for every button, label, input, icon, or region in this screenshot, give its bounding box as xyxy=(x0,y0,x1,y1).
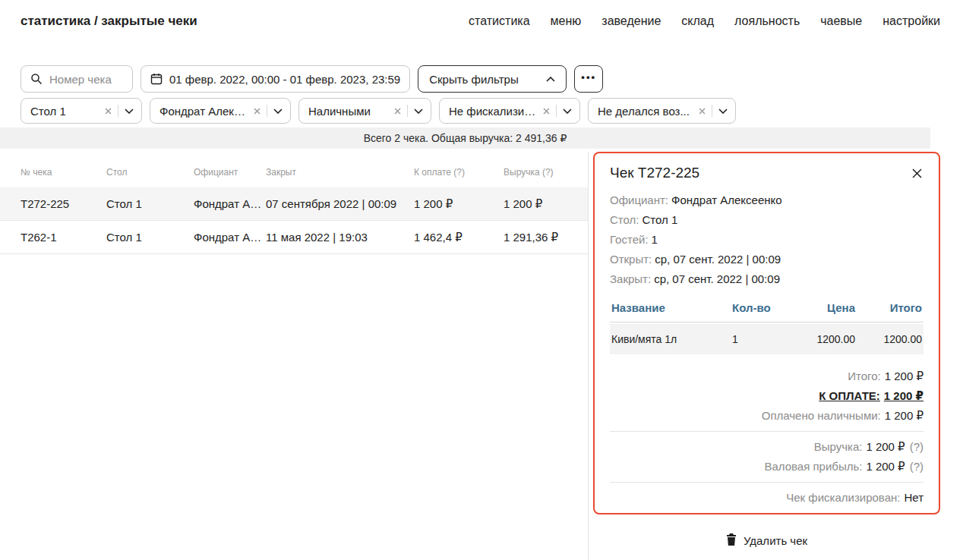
item-name: Киви/мята 1л xyxy=(610,333,732,345)
pill-divider xyxy=(118,105,118,117)
field-closed: Закрыт:ср, 07 сент. 2022 | 00:09 xyxy=(610,269,924,289)
filter-pill-table[interactable]: Стол 1 xyxy=(21,98,142,124)
receipt-detail-card: Чек T272-225 Официант:Фондрат Алексеенко… xyxy=(593,152,940,514)
page: статистика / закрытые чеки статистика ме… xyxy=(0,0,963,560)
field-label: Закрыт: xyxy=(610,272,651,285)
field-label: Гостей: xyxy=(610,233,649,246)
delete-receipt-button[interactable]: Удалить чек xyxy=(593,533,940,548)
remove-filter-icon[interactable] xyxy=(105,108,112,115)
col-header-receipt-number: № чека xyxy=(21,167,106,178)
cell-receipt-number: T272-225 xyxy=(21,197,106,210)
calendar-icon xyxy=(150,73,163,85)
chevron-down-icon[interactable] xyxy=(273,109,283,114)
field-value: Стол 1 xyxy=(642,213,677,226)
filter-pill-label: Фондрат Алекс... xyxy=(159,105,248,118)
nav-item-stock[interactable]: склад xyxy=(681,14,714,28)
cell-revenue: 1 291,36 ₽ xyxy=(504,231,588,244)
table-row[interactable]: T272-225 Стол 1 Фондрат Алекс... 07 сент… xyxy=(0,187,588,221)
totals-divider xyxy=(610,431,924,432)
panel-divider xyxy=(588,152,589,560)
filter-pill-label: Не делался воз... xyxy=(598,105,693,118)
items-col-total: Итого xyxy=(857,301,924,314)
cell-table: Стол 1 xyxy=(106,197,194,210)
nav-item-tips[interactable]: чаевые xyxy=(820,14,862,28)
items-col-qty: Кол-во xyxy=(732,301,787,314)
receipts-table: № чека Стол Официант Закрыт К оплате (?)… xyxy=(0,157,588,254)
nav-item-statistics[interactable]: статистика xyxy=(469,14,529,28)
col-header-to-pay: К оплате (?) xyxy=(414,167,504,178)
active-filter-pills: Стол 1 Фондрат Алекс... Наличными Не фис… xyxy=(21,98,736,124)
item-total: 1200.00 xyxy=(857,333,924,345)
hide-filters-label: Скрыть фильтры xyxy=(429,73,518,86)
chevron-up-icon xyxy=(546,77,555,82)
chevron-down-icon[interactable] xyxy=(718,109,728,114)
receipt-fields: Официант:Фондрат Алексеенко Стол:Стол 1 … xyxy=(610,190,924,289)
more-options-icon: ••• xyxy=(581,71,596,83)
cell-closed: 11 мая 2022 | 19:03 xyxy=(266,231,414,244)
field-label: Официант: xyxy=(610,193,668,206)
filter-pill-label: Наличными xyxy=(308,105,388,118)
chevron-down-icon[interactable] xyxy=(563,109,572,114)
cell-table: Стол 1 xyxy=(106,231,194,244)
remove-filter-icon[interactable] xyxy=(254,108,260,115)
field-guests: Гостей:1 xyxy=(610,230,924,250)
col-header-closed: Закрыт xyxy=(266,167,414,178)
search-input[interactable] xyxy=(49,73,123,86)
field-label: Стол: xyxy=(610,213,639,226)
receipt-items-table: Название Кол-во Цена Итого Киви/мята 1л … xyxy=(610,298,924,354)
field-value: 1 xyxy=(652,233,658,246)
help-icon[interactable]: (?) xyxy=(910,460,924,473)
receipt-title: Чек T272-225 xyxy=(610,165,699,181)
items-col-price: Цена xyxy=(787,301,857,314)
filter-pill-payment[interactable]: Наличными xyxy=(298,98,431,124)
total-paid-cash: Оплачено наличными:1 200 ₽ xyxy=(610,406,924,426)
field-value: Фондрат Алексеенко xyxy=(671,193,782,206)
total-fiscalized: Чек фискализирован:Нет xyxy=(610,488,924,508)
pill-divider xyxy=(556,105,557,117)
items-header-row: Название Кол-во Цена Итого xyxy=(610,298,924,322)
nav-item-settings[interactable]: настройки xyxy=(882,14,940,28)
item-price: 1200.00 xyxy=(787,333,857,345)
pill-divider xyxy=(712,105,712,117)
items-col-name: Название xyxy=(610,301,732,314)
filter-pill-label: Не фискализир... xyxy=(449,105,537,118)
cell-waiter: Фондрат Алекс... xyxy=(194,231,266,244)
more-filters-button[interactable]: ••• xyxy=(574,65,603,93)
filter-pill-refund[interactable]: Не делался воз... xyxy=(588,98,736,124)
remove-filter-icon[interactable] xyxy=(543,108,550,115)
top-nav: статистика меню заведение склад лояльнос… xyxy=(469,14,940,28)
cell-closed: 07 сентября 2022 | 00:09 xyxy=(266,197,414,210)
filter-pill-waiter[interactable]: Фондрат Алекс... xyxy=(150,98,291,124)
total-subtotal: Итого:1 200 ₽ xyxy=(610,367,924,386)
header: статистика / закрытые чеки статистика ме… xyxy=(0,0,963,29)
filter-pill-fiscalized[interactable]: Не фискализир... xyxy=(439,98,580,124)
items-row: Киви/мята 1л 1 1200.00 1200.00 xyxy=(610,324,924,354)
summary-text: Всего 2 чека. Общая выручка: 2 491,36 ₽ xyxy=(364,132,567,144)
cell-to-pay: 1 462,4 ₽ xyxy=(414,231,504,244)
filter-pill-label: Стол 1 xyxy=(30,105,99,118)
remove-filter-icon[interactable] xyxy=(699,108,706,115)
breadcrumb: статистика / закрытые чеки xyxy=(21,14,197,29)
total-to-pay: К ОПЛАТЕ:1 200 ₽ xyxy=(610,386,924,406)
table-row[interactable]: T262-1 Стол 1 Фондрат Алекс... 11 мая 20… xyxy=(0,221,588,254)
field-waiter: Официант:Фондрат Алексеенко xyxy=(610,190,924,210)
field-table: Стол:Стол 1 xyxy=(610,210,924,230)
nav-item-venue[interactable]: заведение xyxy=(601,14,661,28)
table-header-row: № чека Стол Официант Закрыт К оплате (?)… xyxy=(0,157,588,187)
trash-icon xyxy=(726,533,737,548)
field-label: Открыт: xyxy=(610,253,652,266)
help-icon[interactable]: (?) xyxy=(910,440,924,453)
chevron-down-icon[interactable] xyxy=(414,109,423,114)
date-range-picker[interactable]: 01 февр. 2022, 00:00 - 01 февр. 2023, 23… xyxy=(141,65,410,93)
receipt-number-search[interactable] xyxy=(21,65,133,93)
col-header-revenue: Выручка (?) xyxy=(504,167,588,178)
delete-receipt-label: Удалить чек xyxy=(744,534,807,547)
remove-filter-icon[interactable] xyxy=(394,108,401,115)
hide-filters-button[interactable]: Скрыть фильтры xyxy=(418,65,567,93)
nav-item-menu[interactable]: меню xyxy=(551,14,582,28)
nav-item-loyalty[interactable]: лояльность xyxy=(734,14,800,28)
field-value: ср, 07 сент. 2022 | 00:09 xyxy=(654,272,780,285)
chevron-down-icon[interactable] xyxy=(125,109,134,114)
cell-revenue: 1 200 ₽ xyxy=(504,197,588,211)
close-icon[interactable] xyxy=(911,165,924,184)
